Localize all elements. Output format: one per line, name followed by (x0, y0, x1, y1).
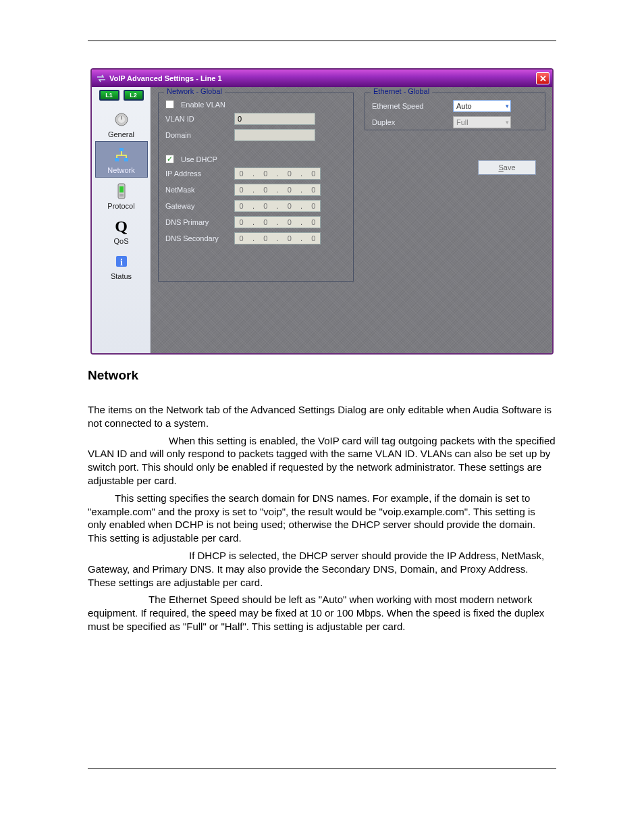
section-heading: Network (88, 368, 556, 383)
group-legend: Network - Global (164, 87, 225, 95)
netmask-label: NetMask (165, 186, 227, 194)
svg-rect-8 (119, 194, 124, 197)
duplex-select[interactable]: Full ▾ (453, 116, 511, 128)
voip-settings-dialog: VoIP Advanced Settings - Line 1 ✕ L1 L2 … (90, 68, 554, 355)
ethernet-speed-label: Ethernet Speed (372, 102, 446, 110)
nav-general[interactable]: General (95, 106, 148, 141)
ip-address-input[interactable]: 0.0.0.0 (234, 167, 321, 180)
ethernet-speed-select[interactable]: Auto ▾ (453, 100, 511, 112)
ip-address-label: IP Address (165, 170, 227, 178)
nav-label: QoS (113, 237, 128, 245)
nav-label: General (108, 130, 134, 138)
nav-qos[interactable]: Q QoS (95, 213, 148, 248)
svg-rect-5 (124, 158, 128, 161)
paragraph-vlan: When this setting is enabled, the VoIP c… (88, 434, 556, 488)
domain-label: Domain (165, 131, 227, 139)
titlebar: VoIP Advanced Settings - Line 1 ✕ (92, 70, 552, 87)
info-icon: i (112, 252, 131, 271)
arrows-icon (96, 74, 107, 83)
chevron-down-icon: ▾ (506, 119, 509, 126)
close-icon: ✕ (539, 74, 547, 84)
document-body: Network The items on the Network tab of … (88, 368, 556, 633)
paragraph-dhcp: If DHCP is selected, the DHCP server sho… (88, 549, 556, 589)
close-button[interactable]: ✕ (536, 72, 549, 84)
vlan-id-label: VLAN ID (165, 115, 227, 123)
group-legend: Ethernet - Global (371, 87, 432, 95)
domain-input[interactable] (234, 129, 315, 141)
q-icon: Q (112, 217, 131, 236)
nav-network[interactable]: Network (95, 141, 148, 178)
line-tab-l1[interactable]: L1 (99, 90, 119, 101)
dns-secondary-label: DNS Secondary (165, 234, 227, 242)
chevron-down-icon: ▾ (506, 103, 509, 109)
svg-rect-3 (119, 148, 124, 151)
use-dhcp-checkbox[interactable] (165, 155, 174, 163)
svg-text:i: i (120, 257, 123, 267)
select-value: Auto (456, 102, 472, 110)
network-icon (112, 146, 131, 165)
netmask-input[interactable]: 0.0.0.0 (234, 184, 321, 196)
phone-icon (112, 182, 131, 201)
dns-primary-label: DNS Primary (165, 218, 227, 226)
sidebar: L1 L2 General Network (92, 87, 151, 353)
svg-rect-7 (119, 186, 124, 192)
enable-vlan-checkbox[interactable] (165, 100, 174, 109)
window-title: VoIP Advanced Settings - Line 1 (109, 74, 222, 82)
network-global-group: Network - Global Enable VLAN VLAN ID Dom… (158, 93, 354, 282)
dns-secondary-input[interactable]: 0.0.0.0 (234, 232, 321, 244)
paragraph-domain: This setting specifies the search domain… (88, 492, 556, 545)
save-button[interactable]: Save (478, 160, 536, 175)
gateway-label: Gateway (165, 202, 227, 210)
dns-primary-input[interactable]: 0.0.0.0 (234, 216, 321, 228)
use-dhcp-label: Use DHCP (181, 155, 217, 163)
paragraph-intro: The items on the Network tab of the Adva… (88, 403, 556, 430)
ethernet-global-group: Ethernet - Global Ethernet Speed Auto ▾ … (365, 93, 545, 130)
line-tab-l2[interactable]: L2 (124, 90, 144, 101)
save-label-rest: ave (504, 163, 516, 172)
vlan-id-input[interactable] (234, 113, 315, 125)
nav-label: Network (107, 166, 134, 174)
network-panel: Network - Global Enable VLAN VLAN ID Dom… (151, 87, 552, 353)
knob-icon (112, 110, 131, 129)
gateway-input[interactable]: 0.0.0.0 (234, 200, 321, 212)
duplex-label: Duplex (372, 118, 446, 126)
nav-protocol[interactable]: Protocol (95, 178, 148, 213)
nav-status[interactable]: i Status (95, 248, 148, 283)
nav-label: Protocol (107, 202, 134, 210)
select-value: Full (456, 118, 468, 126)
paragraph-ethernet: The Ethernet Speed should be left as "Au… (88, 593, 556, 633)
nav-label: Status (111, 272, 132, 280)
svg-rect-4 (115, 158, 119, 161)
enable-vlan-label: Enable VLAN (181, 101, 225, 109)
